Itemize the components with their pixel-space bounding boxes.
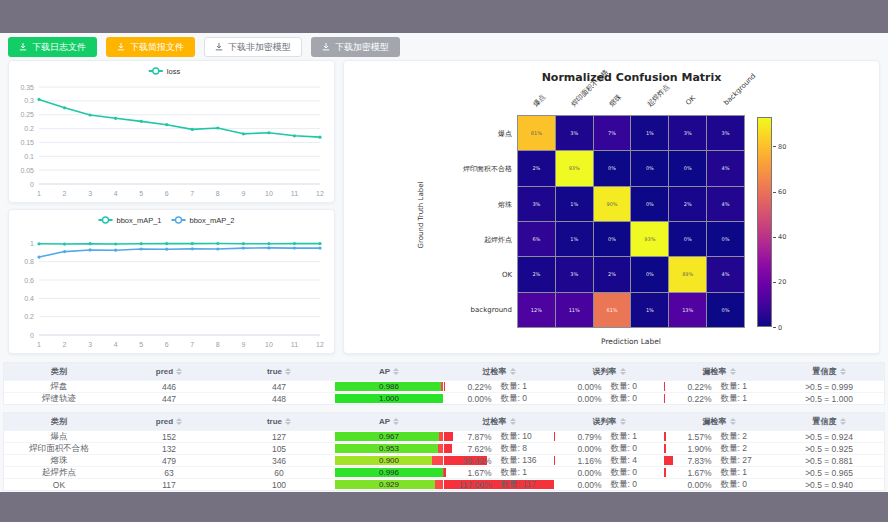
ap-value: 0.996: [379, 468, 399, 477]
rate-bar: [664, 394, 665, 403]
column-header-ap[interactable]: AP: [334, 363, 444, 380]
rate-count: 数量: 10: [501, 431, 547, 442]
column-header-label: AP: [379, 417, 390, 426]
matrix-cell: 2%: [518, 257, 555, 291]
rate-bar: [554, 432, 555, 441]
column-header-miss-rate[interactable]: 漏检率: [664, 413, 774, 430]
column-header-label: pred: [156, 367, 173, 376]
matrix-cell: 89%: [669, 257, 706, 291]
matrix-col-label: OK: [684, 94, 697, 107]
download-plain-model-button[interactable]: 下载非加密模型: [204, 37, 302, 57]
cell-true: 127: [224, 431, 334, 442]
sort-caret[interactable]: [510, 368, 516, 375]
rate-percent: 0.22%: [452, 382, 492, 392]
rate-bar: [664, 432, 666, 441]
sort-caret[interactable]: [840, 418, 846, 425]
column-header-ap[interactable]: AP: [334, 413, 444, 430]
download-log-file-button[interactable]: 下载日志文件: [8, 37, 97, 57]
matrix-row-label: 起焊炸点: [404, 235, 512, 245]
matrix-row-label: 熔珠: [404, 200, 512, 210]
matrix-row-label: OK: [404, 271, 512, 279]
download-report-file-button[interactable]: 下载简报文件: [106, 37, 195, 57]
rate-count: 数量: 0: [611, 393, 657, 404]
svg-text:5: 5: [139, 341, 143, 348]
column-header-true[interactable]: true: [224, 363, 334, 380]
column-header-confidence[interactable]: 置信度: [774, 363, 884, 380]
sort-caret[interactable]: [840, 368, 846, 375]
top-window-bar: [0, 0, 888, 33]
rate-count: 数量: 0: [611, 381, 657, 392]
svg-text:10: 10: [265, 190, 273, 197]
column-header-true[interactable]: true: [224, 413, 334, 430]
cell-category: 焊印面积不合格: [4, 443, 114, 454]
cell-pred: 152: [114, 431, 224, 442]
sort-caret[interactable]: [285, 418, 291, 425]
charts-area: 00.050.10.150.20.250.30.3512345678910111…: [0, 60, 888, 354]
rate-percent: 39.42%: [452, 456, 492, 466]
rate-percent: 1.67%: [672, 468, 712, 478]
matrix-cell: 0%: [669, 222, 706, 256]
sort-caret[interactable]: [620, 418, 626, 425]
cell-miss-rate: 0.22%数量: 1: [664, 381, 774, 392]
colorbar-tick-mark: [773, 237, 776, 238]
rate-count: 数量: 1: [721, 467, 767, 478]
sort-caret[interactable]: [393, 368, 399, 375]
svg-text:0.8: 0.8: [24, 258, 34, 265]
svg-text:8: 8: [216, 341, 220, 348]
matrix-cell: 3%: [669, 116, 706, 150]
matrix-cell: 4%: [707, 151, 744, 185]
rate-count: 数量: 0: [611, 443, 657, 454]
column-header-label: 类别: [51, 366, 67, 377]
sort-caret[interactable]: [620, 368, 626, 375]
svg-text:4: 4: [114, 341, 118, 348]
matrix-cell: 93%: [631, 222, 668, 256]
svg-text:loss: loss: [167, 67, 181, 76]
column-header-pred[interactable]: pred: [114, 363, 224, 380]
sort-caret[interactable]: [510, 418, 516, 425]
svg-text:2: 2: [63, 190, 67, 197]
svg-text:0: 0: [30, 332, 34, 339]
sort-caret[interactable]: [176, 368, 182, 375]
sort-caret[interactable]: [730, 368, 736, 375]
svg-text:0.35: 0.35: [20, 84, 34, 91]
column-header-label: 误判率: [593, 366, 617, 377]
confusion-matrix-card: Normalized Confusion Matrix Ground Truth…: [343, 60, 880, 354]
bottom-window-bar: [0, 492, 888, 522]
download-encrypted-model-button[interactable]: 下载加密模型: [311, 37, 400, 57]
column-header-misjudge-rate[interactable]: 误判率: [554, 363, 664, 380]
cell-category: 焊缝轨迹: [4, 393, 114, 404]
rate-percent: 7.87%: [452, 432, 492, 442]
column-header-pred[interactable]: pred: [114, 413, 224, 430]
column-header-confidence[interactable]: 置信度: [774, 413, 884, 430]
column-header-misjudge-rate[interactable]: 误判率: [554, 413, 664, 430]
rate-count: 数量: 117: [501, 479, 547, 490]
cell-over-rate: 0.00%数量: 0: [444, 393, 554, 404]
cell-pred: 63: [114, 467, 224, 478]
matrix-cell: 1%: [631, 116, 668, 150]
cell-confidence: >0.5 = 0.940: [774, 479, 884, 490]
column-header-over-rate[interactable]: 过检率: [444, 413, 554, 430]
dashboard-screen: 下载日志文件 下载简报文件 下载非加密模型 下载加密模型 00.050.10.1…: [0, 0, 888, 522]
sort-caret[interactable]: [393, 418, 399, 425]
confusion-matrix-row-labels: 爆点焊印面积不合格熔珠起焊炸点OKbackground: [404, 115, 512, 328]
rate-count: 数量: 136: [501, 455, 547, 466]
rate-percent: 0.00%: [562, 468, 602, 478]
svg-text:6: 6: [165, 190, 169, 197]
svg-text:8: 8: [216, 190, 220, 197]
rate-percent: 7.83%: [672, 456, 712, 466]
confusion-matrix-grid: 81%3%7%1%3%3%2%93%0%0%0%4%3%1%90%0%2%4%6…: [517, 115, 745, 328]
matrix-cell: 0%: [631, 187, 668, 221]
column-header-miss-rate[interactable]: 漏检率: [664, 363, 774, 380]
sort-caret[interactable]: [176, 418, 182, 425]
table-row: 焊缝轨迹4474481.0000.00%数量: 00.00%数量: 00.22%…: [4, 392, 884, 404]
table-row: 起焊炸点63600.9961.67%数量: 10.00%数量: 01.67%数量…: [4, 466, 884, 478]
rate-percent: 0.22%: [672, 382, 712, 392]
table-row: 焊盘4464470.9860.22%数量: 10.00%数量: 00.22%数量…: [4, 380, 884, 392]
column-header-over-rate[interactable]: 过检率: [444, 363, 554, 380]
svg-text:4: 4: [114, 190, 118, 197]
cell-category: 爆点: [4, 431, 114, 442]
sort-caret[interactable]: [285, 368, 291, 375]
svg-text:6: 6: [165, 341, 169, 348]
sort-caret[interactable]: [730, 418, 736, 425]
rate-bar: [444, 382, 445, 391]
